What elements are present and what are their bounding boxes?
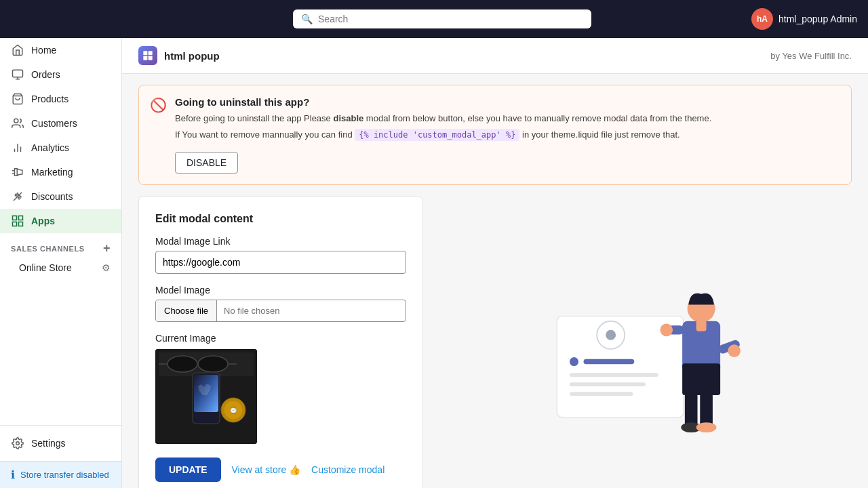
svg-point-54	[696, 422, 717, 432]
svg-rect-15	[19, 216, 23, 220]
discounts-icon	[11, 190, 24, 203]
current-image-group: Current Image	[155, 333, 406, 444]
app-title: html popup	[164, 50, 220, 62]
svg-marker-8	[15, 169, 18, 176]
svg-point-11	[15, 194, 17, 196]
customers-icon	[11, 117, 24, 130]
form-actions: UPDATE View at store 👍 Customize modal	[155, 458, 406, 482]
svg-rect-38	[570, 357, 578, 366]
svg-rect-21	[143, 56, 147, 60]
home-icon	[11, 43, 24, 57]
customers-label: Customers	[31, 118, 77, 129]
apps-icon	[11, 214, 24, 228]
illustration-area	[439, 196, 852, 488]
home-label: Home	[31, 45, 56, 56]
info-icon: ℹ	[11, 468, 15, 481]
sidebar-item-home[interactable]: Home	[0, 38, 121, 62]
svg-rect-0	[13, 70, 23, 77]
svg-rect-45	[696, 319, 707, 331]
svg-point-37	[606, 329, 616, 340]
svg-rect-51	[685, 392, 698, 426]
sidebar-item-apps[interactable]: Apps	[0, 209, 121, 233]
svg-rect-19	[143, 51, 147, 55]
store-transfer-label: Store transfer disabled	[20, 470, 109, 480]
choose-file-button[interactable]: Choose file	[156, 300, 217, 321]
avatar: hA	[751, 8, 773, 30]
svg-point-26	[198, 356, 228, 372]
svg-rect-39	[584, 359, 635, 363]
sidebar-item-settings[interactable]: Settings	[0, 431, 121, 455]
user-badge: hA html_popup Admin	[751, 8, 857, 30]
customize-modal-link[interactable]: Customize modal	[311, 464, 384, 475]
model-image-group: Model Image Choose file No file chosen	[155, 285, 406, 322]
svg-rect-46	[682, 363, 720, 395]
modal-image-link-group: Modal Image Link	[155, 236, 406, 274]
model-image-label: Model Image	[155, 285, 406, 296]
analytics-icon	[11, 141, 24, 155]
sidebar-item-analytics[interactable]: Analytics	[0, 136, 121, 160]
sidebar-item-products[interactable]: Products	[0, 87, 121, 111]
svg-point-25	[167, 356, 197, 372]
search-input[interactable]	[318, 14, 583, 24]
svg-text:⌚: ⌚	[229, 406, 238, 415]
file-name-display: No file chosen	[217, 300, 406, 321]
modal-image-link-input[interactable]	[155, 251, 406, 274]
svg-rect-20	[149, 51, 153, 55]
svg-rect-41	[570, 382, 646, 386]
form-title: Edit modal content	[155, 213, 406, 225]
settings-label: Settings	[31, 438, 66, 449]
add-sales-channel-icon[interactable]: +	[103, 241, 111, 256]
marketing-icon	[11, 165, 24, 179]
svg-rect-17	[19, 222, 23, 226]
illustration-svg	[537, 253, 754, 443]
online-store-settings-icon[interactable]: ⚙	[102, 262, 111, 273]
sales-channels-section: SALES CHANNELS +	[0, 233, 121, 258]
settings-icon	[11, 436, 24, 450]
file-input-row: Choose file No file chosen	[155, 300, 406, 322]
form-card: Edit modal content Modal Image Link Mode…	[138, 196, 423, 488]
content-area: Edit modal content Modal Image Link Mode…	[122, 196, 868, 488]
disable-button[interactable]: DISABLE	[175, 152, 238, 174]
warning-content: Going to uninstall this app? Before goin…	[175, 96, 711, 174]
svg-rect-16	[13, 222, 17, 226]
orders-icon	[11, 68, 24, 81]
svg-point-4	[14, 119, 18, 123]
update-button[interactable]: UPDATE	[155, 458, 221, 482]
sidebar: Home Orders Products Customers Analytics	[0, 38, 122, 488]
svg-rect-14	[13, 216, 17, 220]
search-container[interactable]: 🔍	[293, 9, 591, 28]
svg-point-50	[728, 344, 741, 357]
analytics-label: Analytics	[31, 142, 69, 153]
apps-label: Apps	[31, 216, 55, 226]
topbar: 🔍 hA html_popup Admin	[0, 0, 868, 38]
products-icon	[11, 92, 24, 106]
svg-rect-22	[149, 56, 153, 60]
app-icon	[138, 46, 157, 65]
modal-image-link-label: Modal Image Link	[155, 236, 406, 247]
current-image-preview: ⌚	[155, 349, 257, 444]
current-image-label: Current Image	[155, 333, 406, 344]
sidebar-item-orders[interactable]: Orders	[0, 62, 121, 87]
warning-title: Going to uninstall this app?	[175, 96, 711, 108]
store-transfer-bar: ℹ Store transfer disabled	[0, 461, 121, 488]
app-header: html popup by Yes We Fulfill Inc.	[122, 38, 868, 74]
sidebar-item-online-store[interactable]: Online Store ⚙	[0, 258, 121, 277]
sidebar-item-customers[interactable]: Customers	[0, 111, 121, 136]
main-content: html popup by Yes We Fulfill Inc. 🚫 Goin…	[122, 38, 868, 488]
svg-rect-52	[700, 392, 713, 426]
warning-line2: If You want to remove mannually you can …	[175, 128, 711, 142]
user-name: html_popup Admin	[778, 14, 857, 24]
warning-banner: 🚫 Going to uninstall this app? Before go…	[138, 85, 852, 185]
svg-point-18	[16, 442, 20, 445]
discounts-label: Discounts	[31, 191, 73, 202]
sidebar-item-marketing[interactable]: Marketing	[0, 160, 121, 184]
online-store-label: Online Store	[19, 262, 72, 273]
svg-point-48	[660, 323, 673, 336]
sidebar-item-discounts[interactable]: Discounts	[0, 184, 121, 209]
app-developer: by Yes We Fulfill Inc.	[770, 51, 852, 61]
marketing-label: Marketing	[31, 167, 73, 178]
app-header-left: html popup	[138, 46, 220, 65]
warning-line1: Before going to uninstall the app Please…	[175, 112, 711, 125]
view-at-store-link[interactable]: View at store 👍	[232, 464, 301, 475]
orders-label: Orders	[31, 69, 60, 80]
